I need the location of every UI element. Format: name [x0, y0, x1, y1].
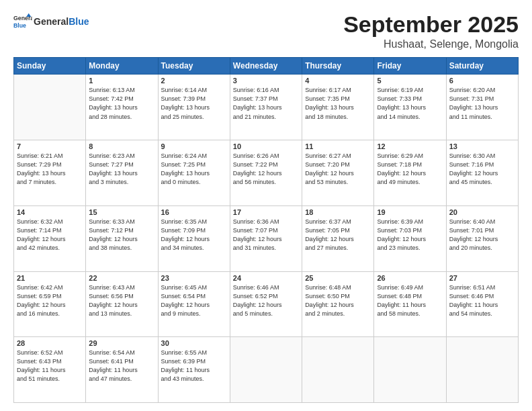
table-row: 3Sunrise: 6:16 AMSunset: 7:37 PMDaylight…: [230, 75, 302, 140]
table-row: 14Sunrise: 6:32 AMSunset: 7:14 PMDayligh…: [14, 205, 86, 271]
day-number: 14: [17, 208, 83, 216]
month-title: September 2025: [343, 12, 519, 37]
day-number: 15: [89, 208, 154, 216]
table-row: 30Sunrise: 6:55 AMSunset: 6:39 PMDayligh…: [158, 337, 230, 403]
day-info: Sunrise: 6:55 AMSunset: 6:39 PMDaylight:…: [161, 349, 227, 383]
svg-text:Blue: Blue: [13, 22, 26, 29]
day-info: Sunrise: 6:49 AMSunset: 6:48 PMDaylight:…: [377, 283, 443, 318]
day-info: Sunrise: 6:36 AMSunset: 7:07 PMDaylight:…: [233, 218, 299, 253]
day-info: Sunrise: 6:16 AMSunset: 7:37 PMDaylight:…: [233, 86, 299, 121]
day-info: Sunrise: 6:37 AMSunset: 7:05 PMDaylight:…: [305, 218, 371, 253]
table-row: 1Sunrise: 6:13 AMSunset: 7:42 PMDaylight…: [86, 75, 158, 140]
table-row: 29Sunrise: 6:54 AMSunset: 6:41 PMDayligh…: [86, 337, 158, 403]
header-thursday: Thursday: [302, 58, 374, 75]
day-info: Sunrise: 6:26 AMSunset: 7:22 PMDaylight:…: [233, 152, 299, 187]
header-friday: Friday: [374, 58, 446, 75]
table-row: [14, 75, 86, 140]
table-row: 28Sunrise: 6:52 AMSunset: 6:43 PMDayligh…: [14, 337, 86, 403]
table-row: 16Sunrise: 6:35 AMSunset: 7:09 PMDayligh…: [158, 205, 230, 271]
day-info: Sunrise: 6:35 AMSunset: 7:09 PMDaylight:…: [161, 218, 227, 253]
day-info: Sunrise: 6:40 AMSunset: 7:01 PMDaylight:…: [449, 218, 515, 253]
table-row: 4Sunrise: 6:17 AMSunset: 7:35 PMDaylight…: [302, 75, 374, 140]
day-info: Sunrise: 6:45 AMSunset: 6:54 PMDaylight:…: [161, 283, 227, 318]
day-info: Sunrise: 6:54 AMSunset: 6:41 PMDaylight:…: [89, 349, 154, 383]
day-number: 13: [449, 142, 515, 150]
table-row: 27Sunrise: 6:51 AMSunset: 6:46 PMDayligh…: [446, 271, 518, 337]
day-info: Sunrise: 6:23 AMSunset: 7:27 PMDaylight:…: [89, 152, 154, 187]
title-block: September 2025 Hushaat, Selenge, Mongoli…: [343, 12, 519, 50]
day-number: 17: [233, 208, 299, 216]
table-row: 13Sunrise: 6:30 AMSunset: 7:16 PMDayligh…: [446, 140, 518, 206]
day-number: 16: [161, 208, 227, 216]
day-number: 9: [161, 142, 227, 150]
table-row: 12Sunrise: 6:29 AMSunset: 7:18 PMDayligh…: [374, 140, 446, 206]
table-row: 15Sunrise: 6:33 AMSunset: 7:12 PMDayligh…: [86, 205, 158, 271]
day-number: 26: [377, 274, 443, 282]
day-number: 10: [233, 142, 299, 150]
table-row: 5Sunrise: 6:19 AMSunset: 7:33 PMDaylight…: [374, 75, 446, 140]
table-row: 26Sunrise: 6:49 AMSunset: 6:48 PMDayligh…: [374, 271, 446, 337]
day-number: 30: [161, 339, 227, 347]
table-row: 11Sunrise: 6:27 AMSunset: 7:20 PMDayligh…: [302, 140, 374, 206]
calendar-week-row: 14Sunrise: 6:32 AMSunset: 7:14 PMDayligh…: [14, 205, 519, 271]
table-row: 17Sunrise: 6:36 AMSunset: 7:07 PMDayligh…: [230, 205, 302, 271]
logo-icon: General Blue: [13, 12, 32, 31]
header-monday: Monday: [86, 58, 158, 75]
day-number: 19: [377, 208, 443, 216]
day-number: 27: [449, 274, 515, 282]
day-number: 3: [233, 77, 299, 85]
day-number: 11: [305, 142, 371, 150]
location-subtitle: Hushaat, Selenge, Mongolia: [343, 38, 519, 50]
table-row: 9Sunrise: 6:24 AMSunset: 7:25 PMDaylight…: [158, 140, 230, 206]
table-row: 8Sunrise: 6:23 AMSunset: 7:27 PMDaylight…: [86, 140, 158, 206]
day-info: Sunrise: 6:27 AMSunset: 7:20 PMDaylight:…: [305, 152, 371, 187]
page-header: General Blue GeneralBlue September 2025 …: [13, 12, 519, 50]
day-number: 25: [305, 274, 371, 282]
table-row: 21Sunrise: 6:42 AMSunset: 6:59 PMDayligh…: [14, 271, 86, 337]
calendar-week-row: 7Sunrise: 6:21 AMSunset: 7:29 PMDaylight…: [14, 140, 519, 206]
day-info: Sunrise: 6:48 AMSunset: 6:50 PMDaylight:…: [305, 283, 371, 318]
day-number: 29: [89, 339, 154, 347]
day-info: Sunrise: 6:52 AMSunset: 6:43 PMDaylight:…: [17, 349, 83, 383]
day-info: Sunrise: 6:51 AMSunset: 6:46 PMDaylight:…: [449, 283, 515, 318]
day-number: 8: [89, 142, 154, 150]
day-info: Sunrise: 6:24 AMSunset: 7:25 PMDaylight:…: [161, 152, 227, 187]
logo-blue-text: Blue: [69, 16, 89, 27]
table-row: [374, 337, 446, 403]
logo: General Blue GeneralBlue: [13, 12, 89, 31]
table-row: 2Sunrise: 6:14 AMSunset: 7:39 PMDaylight…: [158, 75, 230, 140]
table-row: 6Sunrise: 6:20 AMSunset: 7:31 PMDaylight…: [446, 75, 518, 140]
day-number: 4: [305, 77, 371, 85]
day-number: 7: [17, 142, 83, 150]
day-number: 23: [161, 274, 227, 282]
day-number: 21: [17, 274, 83, 282]
day-number: 28: [17, 339, 83, 347]
day-number: 6: [449, 77, 515, 85]
day-info: Sunrise: 6:14 AMSunset: 7:39 PMDaylight:…: [161, 86, 227, 121]
table-row: 19Sunrise: 6:39 AMSunset: 7:03 PMDayligh…: [374, 205, 446, 271]
calendar-week-row: 28Sunrise: 6:52 AMSunset: 6:43 PMDayligh…: [14, 337, 519, 403]
table-row: [302, 337, 374, 403]
table-row: 24Sunrise: 6:46 AMSunset: 6:52 PMDayligh…: [230, 271, 302, 337]
day-info: Sunrise: 6:29 AMSunset: 7:18 PMDaylight:…: [377, 152, 443, 187]
day-info: Sunrise: 6:13 AMSunset: 7:42 PMDaylight:…: [89, 86, 154, 121]
day-number: 5: [377, 77, 443, 85]
calendar-header-row: Sunday Monday Tuesday Wednesday Thursday…: [14, 58, 519, 75]
day-info: Sunrise: 6:19 AMSunset: 7:33 PMDaylight:…: [377, 86, 443, 121]
day-number: 1: [89, 77, 154, 85]
day-number: 2: [161, 77, 227, 85]
table-row: 25Sunrise: 6:48 AMSunset: 6:50 PMDayligh…: [302, 271, 374, 337]
table-row: 20Sunrise: 6:40 AMSunset: 7:01 PMDayligh…: [446, 205, 518, 271]
table-row: 22Sunrise: 6:43 AMSunset: 6:56 PMDayligh…: [86, 271, 158, 337]
table-row: 10Sunrise: 6:26 AMSunset: 7:22 PMDayligh…: [230, 140, 302, 206]
day-info: Sunrise: 6:21 AMSunset: 7:29 PMDaylight:…: [17, 152, 83, 187]
day-info: Sunrise: 6:42 AMSunset: 6:59 PMDaylight:…: [17, 283, 83, 318]
day-info: Sunrise: 6:32 AMSunset: 7:14 PMDaylight:…: [17, 218, 83, 253]
header-sunday: Sunday: [14, 58, 86, 75]
header-wednesday: Wednesday: [230, 58, 302, 75]
day-info: Sunrise: 6:17 AMSunset: 7:35 PMDaylight:…: [305, 86, 371, 121]
header-saturday: Saturday: [446, 58, 518, 75]
calendar-week-row: 21Sunrise: 6:42 AMSunset: 6:59 PMDayligh…: [14, 271, 519, 337]
day-number: 22: [89, 274, 154, 282]
header-tuesday: Tuesday: [158, 58, 230, 75]
